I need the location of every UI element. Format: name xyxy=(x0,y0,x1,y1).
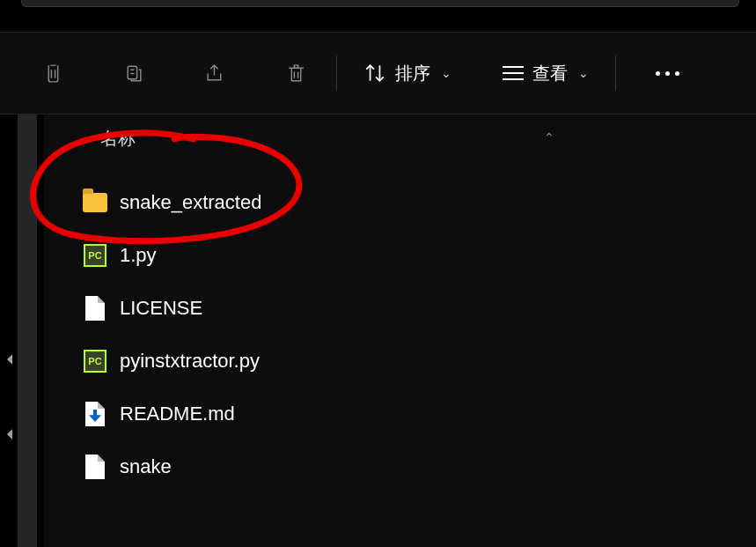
copy-icon xyxy=(123,63,145,85)
chevron-down-icon: ⌄ xyxy=(441,66,451,80)
column-resize-caret[interactable]: ⌃ xyxy=(544,130,554,144)
cut-icon xyxy=(42,63,64,85)
sort-label: 排序 xyxy=(395,62,430,85)
overflow-button[interactable] xyxy=(639,48,695,98)
dots-icon xyxy=(656,71,660,76)
toolbar-separator xyxy=(336,55,337,91)
file-name: snake_extracted xyxy=(120,191,261,214)
file-name: 1.py xyxy=(120,244,157,267)
toolbar: 排序 ⌄ 查看 ⌄ xyxy=(0,32,756,115)
list-item[interactable]: LICENSE xyxy=(79,282,756,335)
column-header-name-label: 名称 xyxy=(100,127,136,151)
sort-button[interactable]: 排序 ⌄ xyxy=(348,48,467,98)
nav-collapse-strip[interactable] xyxy=(18,115,37,547)
file-name: pyinstxtractor.py xyxy=(120,350,260,373)
markdown-file-icon xyxy=(83,402,107,426)
file-name: LICENSE xyxy=(120,297,202,320)
copy-button[interactable] xyxy=(104,48,164,98)
view-button[interactable]: 查看 ⌄ xyxy=(487,48,605,98)
delete-button[interactable] xyxy=(266,48,326,98)
python-file-icon: PC xyxy=(83,243,107,268)
sort-icon xyxy=(363,62,386,85)
share-icon xyxy=(204,63,226,85)
chevron-down-icon: ⌄ xyxy=(578,66,589,80)
trash-icon xyxy=(285,63,307,85)
file-icon xyxy=(83,296,107,321)
column-header-name[interactable]: 名称 xyxy=(100,127,136,151)
file-list: snake_extracted PC 1.py LICENSE PC pyins… xyxy=(79,176,756,493)
share-button[interactable] xyxy=(185,48,245,98)
list-item[interactable]: snake_extracted xyxy=(79,176,756,229)
python-file-icon: PC xyxy=(83,349,107,373)
file-name: snake xyxy=(120,455,172,478)
toolbar-separator xyxy=(615,55,616,91)
list-item[interactable]: snake xyxy=(79,440,756,493)
view-icon xyxy=(503,66,524,80)
file-icon xyxy=(83,455,107,479)
folder-icon xyxy=(83,190,107,215)
file-pane: 名称 ⌃ snake_extracted PC 1.py LICENSE PC … xyxy=(44,115,756,547)
address-bar-fragment xyxy=(21,0,739,7)
view-label: 查看 xyxy=(532,62,568,85)
cut-button[interactable] xyxy=(23,48,83,98)
list-item[interactable]: README.md xyxy=(79,388,756,440)
list-item[interactable]: PC pyinstxtractor.py xyxy=(79,335,756,388)
svg-rect-0 xyxy=(128,66,136,79)
list-item[interactable]: PC 1.py xyxy=(79,229,756,282)
file-name: README.md xyxy=(120,403,235,425)
